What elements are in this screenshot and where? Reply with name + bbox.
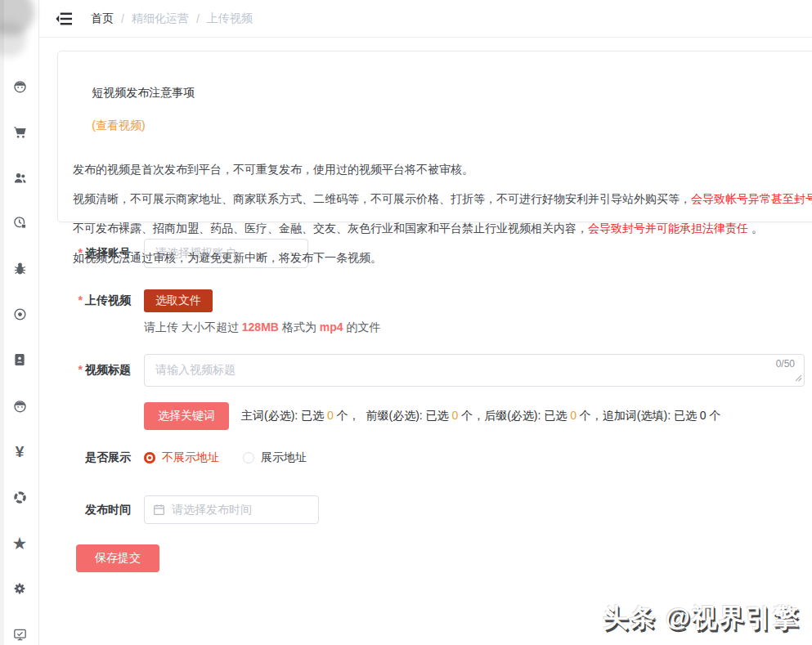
radio-show-address-label: 展示地址 [261, 450, 307, 465]
suffix-count: 0 [570, 409, 576, 422]
view-video-link[interactable]: (查看视频) [92, 119, 145, 132]
choose-file-button[interactable]: 选取文件 [144, 289, 213, 312]
record-dot-icon[interactable] [10, 304, 29, 324]
bug-icon[interactable] [10, 258, 29, 278]
segmented-circle-icon[interactable] [10, 487, 29, 507]
contact-card-icon[interactable] [10, 350, 29, 370]
upload-label: *上传视频 [39, 293, 131, 308]
shopping-cart-icon[interactable] [10, 122, 29, 141]
notice-card: 短视频发布注意事项 (查看视频) 发布的视频是首次发布到平台，不可重复发布，使用… [57, 51, 812, 222]
title-label: *视频标题 [39, 363, 131, 378]
time-row: 发布时间 请选择发布时间 [39, 495, 319, 524]
left-edge-strip [0, 0, 4, 645]
upload-hint: 请上传 大小不超过 128MB 格式为 mp4 的文件 [144, 320, 380, 335]
radio-hide-address-label: 不展示地址 [162, 450, 219, 465]
upload-video-page: ¥ ★ [0, 0, 812, 645]
collapse-menu-icon[interactable] [53, 8, 74, 29]
calendar-icon [153, 504, 165, 518]
keywords-row: 选择关键词 主词(必选): 已选 0 个， 前缀(必选): 已选 0 个，后缀(… [39, 402, 721, 430]
watermark-text: 头条 @视界引擎 [603, 601, 800, 635]
upload-row: *上传视频 选取文件 [39, 289, 213, 312]
title-row: *视频标题 0/50 [39, 354, 805, 387]
notice-line-1: 发布的视频是首次发布到平台，不可重复发布，使用过的视频平台将不被审核。 [73, 155, 812, 184]
radio-show-address[interactable]: 展示地址 [243, 450, 307, 465]
video-title-input[interactable] [144, 354, 805, 387]
time-label: 发布时间 [39, 503, 131, 517]
top-header: 首页 / 精细化运营 / 上传视频 [39, 0, 812, 38]
radio-unselected-icon[interactable] [243, 452, 254, 464]
notice-title: 短视频发布注意事项 [92, 86, 195, 99]
main-word-count: 0 [327, 409, 334, 422]
breadcrumb-separator: / [196, 12, 200, 25]
breadcrumb-operations[interactable]: 精细化运营 [132, 11, 189, 26]
radio-selected-icon[interactable] [144, 452, 155, 464]
monitor-check-icon[interactable] [10, 625, 29, 644]
radio-hide-address[interactable]: 不展示地址 [144, 450, 219, 465]
notice-line-2: 视频清晰，不可展示商家地址、商家联系方式、二维码等，不可展示价格、打折等，不可进… [73, 184, 812, 213]
clock-history-icon[interactable] [10, 213, 29, 232]
breadcrumb-separator: / [121, 12, 124, 25]
display-row: 是否展示 不展示地址 展示地址 [39, 450, 307, 465]
yen-icon[interactable]: ¥ [10, 441, 29, 461]
sidebar: ¥ ★ [0, 0, 39, 645]
warning-text-ban: 会导致帐号异常甚至封号 [691, 192, 812, 205]
users-icon[interactable] [10, 168, 29, 187]
star-icon[interactable]: ★ [10, 533, 29, 553]
size-limit: 128MB [242, 320, 279, 334]
keywords-stats: 主词(必选): 已选 0 个， 前缀(必选): 已选 0 个，后缀(必选): 已… [241, 409, 721, 423]
avatar-face-icon-2[interactable] [10, 396, 29, 415]
display-radio-group: 不展示地址 展示地址 [144, 450, 307, 465]
breadcrumb: 首页 / 精细化运营 / 上传视频 [91, 11, 253, 26]
notice-line-4: 如视频无法通过审核，为避免更新中断，将发布下一条视频。 [73, 243, 812, 272]
notice-line-3: 不可发布裸露、招商加盟、药品、医疗、金融、交友、灰色行业和国家和平台禁止行业视频… [73, 213, 812, 243]
char-counter: 0/50 [776, 358, 795, 370]
time-placeholder: 请选择发布时间 [172, 503, 252, 517]
breadcrumb-home[interactable]: 首页 [91, 11, 114, 26]
format-limit: mp4 [320, 320, 343, 334]
select-keywords-button[interactable]: 选择关键词 [144, 402, 229, 430]
gear-icon[interactable] [10, 579, 29, 598]
save-submit-button[interactable]: 保存提交 [76, 544, 159, 572]
warning-text-legal: 会导致封号并可能承担法律责任 [588, 222, 748, 235]
publish-time-picker[interactable]: 请选择发布时间 [144, 495, 319, 524]
display-label: 是否展示 [39, 450, 131, 465]
resize-grip[interactable] [795, 371, 802, 384]
avatar-face-icon[interactable] [10, 76, 29, 96]
breadcrumb-current: 上传视频 [207, 11, 253, 26]
